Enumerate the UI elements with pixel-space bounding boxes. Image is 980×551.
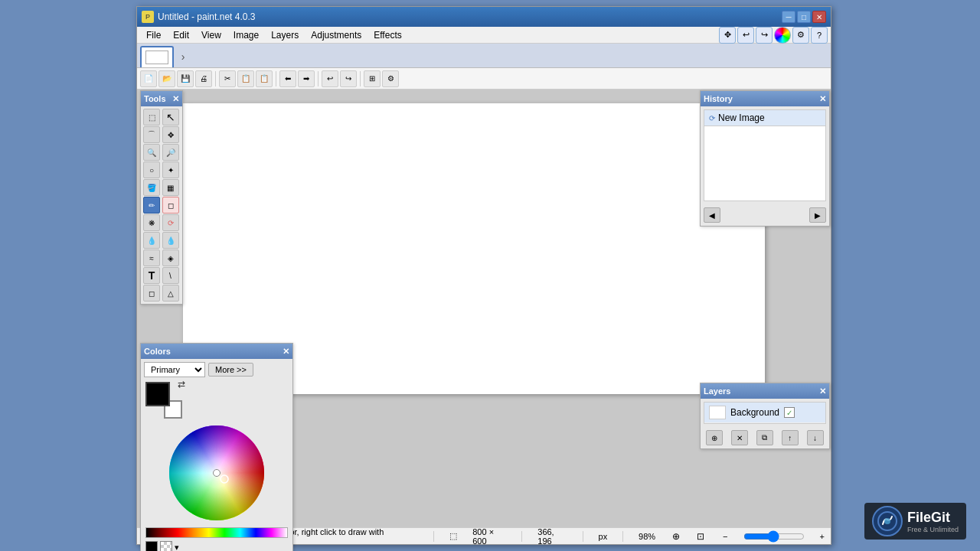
restore-button[interactable]: □ <box>797 11 811 23</box>
filegit-subtitle: Free & Unlimited <box>907 526 959 533</box>
rectangle-select-tool[interactable]: ⬚ <box>143 109 160 126</box>
menu-adjustments[interactable]: Adjustments <box>305 28 368 42</box>
image-tab[interactable] <box>140 46 174 67</box>
swatch-more-btn[interactable]: ▾ <box>175 543 179 552</box>
color-wheel-container <box>141 420 292 526</box>
layer-down-btn[interactable]: ↓ <box>807 430 824 445</box>
new-button[interactable]: 📄 <box>140 70 157 87</box>
text-tool[interactable]: T <box>143 267 160 284</box>
filegit-text-area: FileGit Free & Unlimited <box>907 510 959 533</box>
close-button[interactable]: ✕ <box>812 11 826 23</box>
undo-button[interactable]: ↩ <box>322 70 338 87</box>
canvas-icon: ⬚ <box>449 531 457 541</box>
layer-visibility-check[interactable]: ✓ <box>784 407 795 418</box>
eyedropper-tool[interactable]: 💧 <box>143 232 160 249</box>
grid-button[interactable]: ⊞ <box>364 70 381 87</box>
redo-button[interactable]: ↪ <box>340 70 357 87</box>
toolbar-redo-icon[interactable]: ↪ <box>756 27 773 44</box>
copy-button[interactable]: 📋 <box>237 70 254 87</box>
triangle-shape-tool[interactable]: △ <box>162 285 179 302</box>
primary-color-swatch[interactable] <box>145 382 170 406</box>
gradient-tool[interactable]: ▦ <box>162 179 179 196</box>
tab-arrow[interactable]: › <box>175 46 191 67</box>
history-panel-title: History <box>704 94 733 103</box>
app-icon: P <box>142 11 154 23</box>
menu-file[interactable]: File <box>140 28 167 42</box>
separator-4 <box>360 71 361 86</box>
filegit-logo-icon <box>877 510 898 532</box>
status-dimensions: 800 × 600 <box>472 527 506 546</box>
lasso-select-tool[interactable]: ⌒ <box>143 126 160 143</box>
eyedropper2-tool[interactable]: 💧 <box>162 232 179 249</box>
menu-image[interactable]: Image <box>227 28 265 42</box>
toolbar-color-wheel-icon[interactable] <box>774 27 791 44</box>
status-sep-3 <box>583 531 583 542</box>
clone-stamp-tool[interactable]: ❋ <box>143 214 160 231</box>
pencil-tool[interactable]: ✏ <box>143 197 160 214</box>
color-wheel[interactable] <box>167 423 266 523</box>
save-button[interactable]: 💾 <box>177 70 194 87</box>
history-panel-header: History ✕ <box>701 91 829 106</box>
layers-panel: Layers ✕ Background ✓ ⊕ ✕ ⧉ ↑ ↓ <box>700 383 830 449</box>
zoom-slider-minus[interactable]: − <box>723 532 727 541</box>
menu-effects[interactable]: Effects <box>368 28 407 42</box>
layer-add-btn[interactable]: ⊕ <box>706 430 723 445</box>
zoom-fit-icon[interactable]: ⊡ <box>697 531 704 542</box>
open-button[interactable]: 📂 <box>158 70 175 87</box>
toolbar-history-icon[interactable]: ↩ <box>737 27 754 44</box>
history-panel-close[interactable]: ✕ <box>819 94 826 104</box>
transparent-swatch[interactable] <box>160 541 172 551</box>
layers-panel-close[interactable]: ✕ <box>819 386 826 396</box>
layer-delete-btn[interactable]: ✕ <box>731 430 748 445</box>
zoom-slider-plus[interactable]: + <box>820 532 825 541</box>
layer-duplicate-btn[interactable]: ⧉ <box>756 430 773 445</box>
layer-up-btn[interactable]: ↑ <box>782 430 799 445</box>
history-footer: ◀ ▶ <box>701 204 829 226</box>
ellipse-tool[interactable]: ○ <box>143 161 160 178</box>
magic-wand-tool[interactable]: ✦ <box>162 161 179 178</box>
deselect-button[interactable]: ⬅ <box>279 70 296 87</box>
menu-layers[interactable]: Layers <box>265 28 305 42</box>
color-spectrum-bar[interactable] <box>145 527 288 538</box>
tools-panel-close[interactable]: ✕ <box>172 94 179 104</box>
move-selection-tool[interactable]: ✥ <box>162 126 179 143</box>
history-back-btn[interactable]: ◀ <box>704 207 720 223</box>
color-type-dropdown[interactable]: Primary Secondary <box>144 362 205 377</box>
minimize-button[interactable]: ─ <box>782 11 795 23</box>
cut-button[interactable]: ✂ <box>219 70 236 87</box>
eraser-tool[interactable]: ◻ <box>162 197 179 214</box>
layer-background[interactable]: Background ✓ <box>704 403 825 423</box>
sharpen-tool[interactable]: ◈ <box>162 249 179 266</box>
move-tool[interactable]: ↖ <box>162 109 179 126</box>
more-button[interactable]: More >> <box>208 363 253 377</box>
toolbar-select-icon[interactable]: ✥ <box>719 27 736 44</box>
toolbar-help-icon[interactable]: ? <box>811 27 828 44</box>
menu-edit[interactable]: Edit <box>167 28 195 42</box>
paint-bucket-tool[interactable]: 🪣 <box>143 179 160 196</box>
color-swatches-area: ⇄ <box>141 380 292 420</box>
filegit-title: FileGit <box>907 510 959 526</box>
history-item-new-image[interactable]: ⟳ New Image <box>704 110 825 126</box>
zoom-tool[interactable]: 🔍 <box>143 144 160 161</box>
menu-view[interactable]: View <box>195 28 227 42</box>
zoom-slider[interactable] <box>743 530 805 543</box>
paste-button[interactable]: 📋 <box>256 70 273 87</box>
black-swatch[interactable] <box>145 541 158 551</box>
line-tool[interactable]: \ <box>162 267 179 284</box>
select-all-button[interactable]: ➡ <box>298 70 315 87</box>
history-forward-btn[interactable]: ▶ <box>809 207 826 223</box>
filegit-watermark: FileGit Free & Unlimited <box>864 503 966 540</box>
zoom-in-tool[interactable]: 🔎 <box>162 144 179 161</box>
print-button[interactable]: 🖨 <box>195 70 212 87</box>
smudge-tool[interactable]: ≈ <box>143 249 160 266</box>
tools-grid: ⬚ ↖ ⌒ ✥ 🔍 🔎 ○ ✦ 🪣 ▦ ✏ ◻ ❋ ⟳ 💧 💧 ≈ ◈ T \ … <box>141 106 182 304</box>
separator-3 <box>318 71 318 86</box>
recolor-tool[interactable]: ⟳ <box>162 214 179 231</box>
rectangle-shape-tool[interactable]: ◻ <box>143 285 160 302</box>
status-sep-4 <box>622 531 623 542</box>
zoom-menu-icon[interactable]: ⊕ <box>672 531 680 542</box>
swap-colors-button[interactable]: ⇄ <box>178 379 185 390</box>
settings-button[interactable]: ⚙ <box>382 70 399 87</box>
colors-panel-close[interactable]: ✕ <box>283 347 289 357</box>
toolbar-settings-icon[interactable]: ⚙ <box>792 27 809 44</box>
